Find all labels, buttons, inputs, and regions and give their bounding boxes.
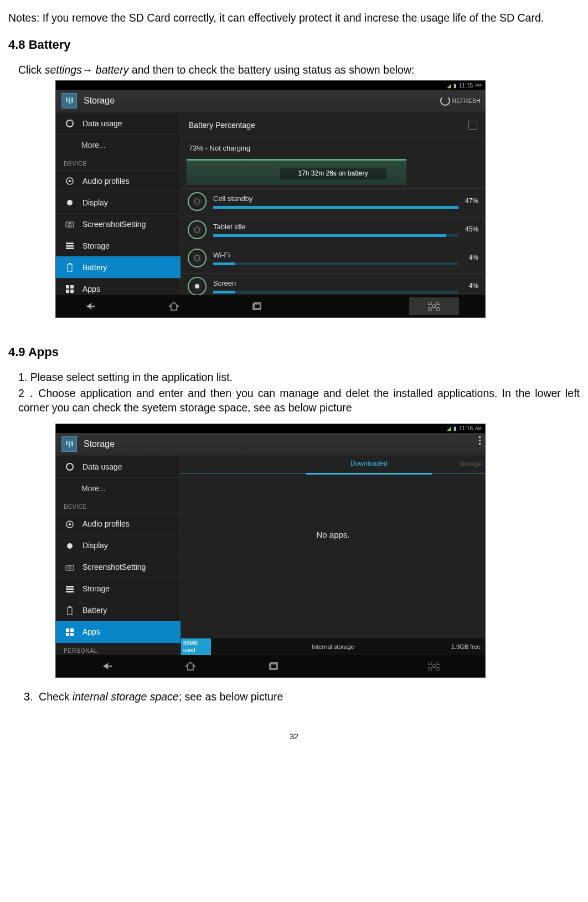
battery-icon: [65, 262, 75, 272]
sidebar-label: Apps: [82, 627, 100, 637]
tab-spacer: [181, 460, 306, 469]
heading-battery: 4.8 Battery: [8, 37, 580, 53]
storage-footer: 86MB used Internal storage 1.9GB free: [181, 638, 485, 655]
svg-rect-14: [70, 290, 74, 293]
battery-icon: ▮: [453, 425, 457, 432]
svg-rect-8: [66, 248, 74, 249]
sidebar-item-more[interactable]: More...: [56, 477, 180, 499]
home-button[interactable]: [166, 300, 182, 313]
signal-icon: ◢: [447, 425, 451, 432]
sidebar-header-personal: PERSONAL: [56, 643, 180, 655]
usage-pct: 4%: [458, 282, 478, 291]
back-button[interactable]: [99, 659, 116, 673]
battery-percentage-pref[interactable]: Battery Percentage: [181, 112, 485, 138]
sidebar-item-storage[interactable]: Storage: [56, 235, 180, 256]
sidebar-item-audio[interactable]: Audio profiles: [56, 513, 180, 535]
sidebar-label: Data usage: [82, 118, 122, 128]
svg-rect-12: [70, 285, 74, 288]
sidebar-item-battery[interactable]: Battery: [56, 600, 180, 621]
sidebar-item-display[interactable]: Display: [56, 535, 180, 556]
sidebar-item-audio[interactable]: Audio profiles: [56, 170, 180, 192]
sidebar-label: Battery: [82, 605, 107, 615]
svg-point-17: [194, 255, 200, 261]
svg-rect-47: [428, 668, 431, 671]
on-battery-label: 17h 32m 26s on battery: [280, 168, 386, 179]
svg-rect-33: [66, 586, 74, 587]
apps-main-panel: Downloaded storage No apps. 86MB used In…: [181, 456, 485, 655]
sidebar-label: Battery: [82, 262, 107, 272]
tab-storage[interactable]: storage: [432, 456, 486, 473]
storage-used: 86MB used: [181, 638, 211, 655]
sidebar-label: Storage: [82, 241, 110, 251]
usage-row[interactable]: Tablet idle45%: [181, 217, 485, 245]
back-button[interactable]: [82, 300, 99, 313]
sidebar-header-device: DEVICE: [56, 156, 180, 170]
data-usage-icon: [65, 118, 75, 128]
no-apps-label: No apps.: [181, 474, 485, 540]
svg-point-15: [194, 199, 200, 204]
svg-rect-37: [68, 607, 72, 615]
svg-rect-10: [68, 264, 72, 271]
svg-point-5: [69, 223, 71, 226]
usage-pct: 47%: [458, 197, 478, 206]
notes-text: Notes: If you remove the SD Card correct…: [8, 11, 580, 25]
sidebar-item-data-usage[interactable]: Data usage: [56, 112, 180, 134]
usage-row[interactable]: Screen4%: [181, 273, 485, 296]
sidebar-label: ScreenshotSetting: [82, 562, 146, 572]
sidebar-item-more[interactable]: More...: [56, 134, 180, 156]
usage-icon: [188, 249, 207, 267]
svg-rect-4: [66, 222, 74, 227]
status-ampm: AM: [475, 83, 482, 88]
tab-downloaded[interactable]: Downloaded: [306, 456, 431, 475]
status-time: 11:15: [459, 82, 473, 89]
apps-screenshot: ◢ ▮ 11:16 AM Storage Data usage More... …: [55, 424, 486, 678]
sidebar-item-battery[interactable]: Battery: [56, 256, 180, 278]
status-ampm: AM: [475, 426, 482, 431]
svg-rect-45: [428, 662, 431, 664]
sidebar-item-screenshot[interactable]: ScreenshotSetting: [56, 556, 180, 578]
battery-icon: ▮: [453, 82, 457, 89]
title-bar: Storage REFRESH: [56, 90, 485, 112]
overflow-menu[interactable]: [479, 436, 481, 445]
svg-rect-48: [437, 668, 440, 671]
refresh-button[interactable]: REFRESH: [440, 90, 481, 112]
sidebar-item-storage[interactable]: Storage: [56, 578, 180, 600]
data-usage-icon: [65, 462, 75, 472]
svg-rect-25: [437, 308, 440, 311]
usage-row[interactable]: Wi-Fi4%: [181, 245, 485, 273]
svg-point-27: [66, 463, 73, 470]
recent-button[interactable]: [265, 659, 282, 673]
checkbox-icon[interactable]: [468, 121, 477, 130]
svg-rect-34: [66, 588, 74, 590]
screenshot-button[interactable]: [426, 659, 442, 673]
title-bar: Storage: [56, 433, 485, 456]
home-button[interactable]: [182, 659, 199, 673]
refresh-icon: [440, 96, 450, 106]
recent-button[interactable]: [249, 300, 265, 313]
usage-icon: [188, 277, 207, 296]
svg-rect-24: [428, 308, 431, 311]
svg-rect-6: [66, 243, 74, 244]
svg-rect-13: [66, 290, 69, 293]
sidebar-label: Apps: [82, 284, 100, 294]
sidebar-item-screenshot[interactable]: ScreenshotSetting: [56, 213, 180, 235]
sidebar-item-data-usage[interactable]: Data usage: [56, 456, 180, 477]
battery-status: 73% - Not charging: [181, 138, 485, 156]
settings-sidebar: Data usage More... DEVICE Audio profiles…: [56, 112, 181, 295]
title-text: Storage: [84, 95, 115, 107]
svg-point-30: [67, 543, 73, 549]
sidebar-item-apps[interactable]: Apps: [56, 621, 180, 643]
battery-icon: [65, 606, 75, 616]
sidebar-item-display[interactable]: Display: [56, 192, 180, 213]
refresh-label: REFRESH: [452, 97, 481, 105]
sidebar-item-apps[interactable]: Apps: [56, 278, 180, 295]
heading-apps: 4.9 Apps: [8, 344, 580, 360]
storage-icon: [65, 241, 75, 251]
apps-step-3: 3. Check internal storage space; see as …: [24, 690, 580, 704]
screenshot-button[interactable]: [409, 297, 459, 315]
camera-icon: [65, 563, 75, 573]
audio-icon: [65, 176, 75, 186]
usage-row[interactable]: Cell standby47%: [181, 188, 485, 217]
sidebar-label: Display: [82, 198, 108, 208]
storage-icon: [65, 584, 75, 594]
